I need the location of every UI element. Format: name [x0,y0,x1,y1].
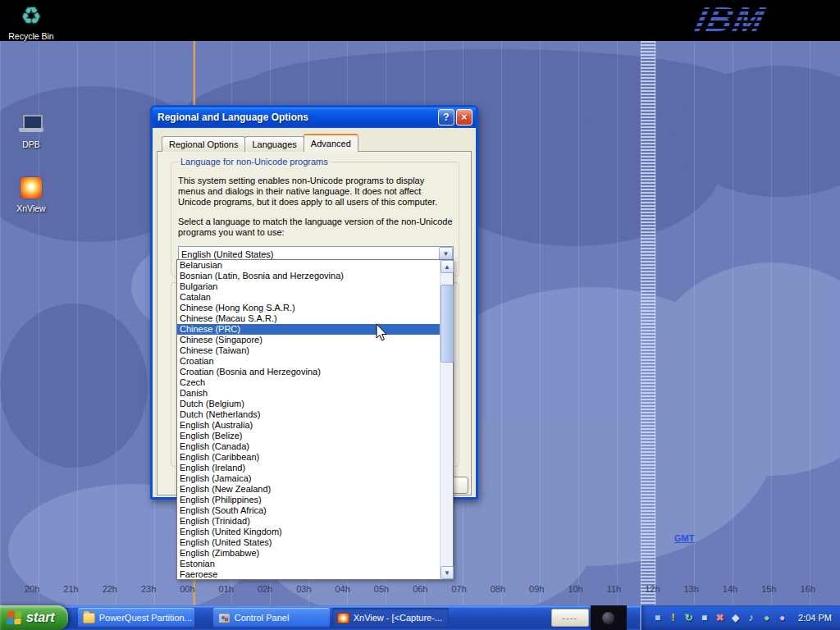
task-window-icon [337,613,349,623]
language-list-items: Belarusian Bosnian (Latin, Bosnia and He… [177,260,440,579]
hour-label: 14h [723,584,737,594]
language-list-item[interactable]: English (United States) [177,537,440,548]
dialog-tabs: Regional Options Languages Advanced [162,136,358,152]
dialog-titlebar[interactable]: Regional and Language Options ? × [153,107,476,128]
hour-label: 06h [413,584,427,594]
language-list-item[interactable]: English (Trinidad) [177,516,440,527]
language-list-item[interactable]: Danish [177,388,440,399]
hour-label: 08h [491,584,505,594]
language-list-item[interactable]: Chinese (PRC) [177,324,440,335]
dialog-tab[interactable]: Regional Options [162,136,245,152]
language-list-item[interactable]: Chinese (Hong Kong S.A.R.) [177,303,440,313]
start-button[interactable]: start [0,605,68,630]
mouse-cursor [376,323,389,346]
dialog-tab[interactable]: Languages [244,136,304,152]
language-list-item[interactable]: English (Australia) [177,420,440,431]
task-button[interactable]: Control Panel [213,608,330,628]
groupbox-title: Language for non-Unicode programs [178,157,331,167]
tray-icon[interactable]: ■ [698,613,710,623]
desktop-icon-recycle-bin[interactable]: ♻ Recycle Bin [0,2,62,41]
language-list-item[interactable]: English (Canada) [177,441,440,452]
language-list-item[interactable]: Chinese (Singapore) [177,335,440,345]
language-list-item[interactable]: Bulgarian [177,281,440,292]
task-buttons: PowerQuest Partition... Control Panel Xn… [78,608,449,628]
hour-label: 20h [25,584,39,594]
tray-icon[interactable]: ✖ [714,613,726,623]
dialog-tab[interactable]: Advanced [304,134,358,152]
language-list-item[interactable]: Croatian (Bosnia and Herzegovina) [177,367,440,377]
task-button[interactable]: XnView - [<Capture-... [332,608,449,628]
tab-label: Regional Options [169,139,238,149]
hour-label: 10h [568,584,582,594]
language-list-item[interactable]: Dutch (Belgium) [177,399,440,409]
desktop-icon-dpb[interactable]: DPB [0,110,62,149]
combobox-value: English (United States) [179,249,439,259]
scroll-down-icon: ▼ [444,569,450,577]
icon-label: XnView [0,203,62,213]
scroll-up-button[interactable]: ▲ [441,260,454,273]
icon-label: Recycle Bin [0,31,62,41]
laptop-icon [19,114,43,134]
language-list-item[interactable]: English (Caribbean) [177,452,440,463]
tray-icon[interactable]: ↻ [682,613,695,623]
language-list-item[interactable]: Belarusian [177,260,440,271]
timezone-hatch-band [641,41,655,605]
taskbar: start PowerQuest Partition... Control Pa… [0,605,840,630]
tray-icon[interactable]: ◆ [729,613,742,623]
language-list-item[interactable]: Estonian [177,559,440,569]
hour-label: 15h [761,584,776,594]
language-dropdown-list: Belarusian Bosnian (Latin, Bosnia and He… [176,259,454,580]
language-list-item[interactable]: Bosnian (Latin, Bosnia and Herzegovina) [177,271,440,281]
tab-label: Languages [252,139,296,149]
hour-label: 12h [645,584,660,594]
tray-icon[interactable]: ● [760,613,773,623]
language-list-item[interactable]: Dutch (Netherlands) [177,409,440,420]
language-list-item[interactable]: Czech [177,377,440,388]
language-list-item[interactable]: English (Zimbabwe) [177,548,440,559]
tray-icon[interactable]: ♪ [745,613,757,623]
language-list-item[interactable]: Croatian [177,356,440,367]
language-list-item[interactable]: English (New Zealand) [177,484,440,495]
hour-label: 13h [684,584,699,594]
chevron-down-icon: ▼ [443,250,450,258]
close-button[interactable]: × [456,109,472,126]
icon-label: DPB [0,139,62,149]
language-list-item[interactable]: English (Philippines) [177,495,440,505]
hour-label: 05h [374,584,389,594]
hour-label: 23h [141,584,156,594]
non-unicode-description: This system setting enables non-Unicode … [178,176,454,208]
scroll-down-button[interactable]: ▼ [441,566,454,579]
select-language-instruction: Select a language to match the language … [178,217,454,238]
language-list-item[interactable]: English (United Kingdom) [177,527,440,537]
taskbar-clock[interactable]: 2:04 PM [798,613,832,623]
taskbar-overflow-button[interactable]: ---- [551,609,589,627]
desktop-icon-xnview[interactable]: XnView [0,174,62,213]
tray-icon[interactable]: ● [776,613,788,623]
language-list-item[interactable]: Faeroese [177,569,440,579]
list-scrollbar[interactable]: ▲ ▼ [440,260,453,579]
dark-slot-icon [602,612,614,624]
language-list-item[interactable]: English (Belize) [177,431,440,441]
language-list-item[interactable]: English (South Africa) [177,505,440,516]
scrollbar-thumb[interactable] [441,285,454,363]
tab-label: Advanced [311,139,351,148]
hour-label: 00h [180,584,194,594]
tray-icon[interactable]: ■ [651,613,664,623]
task-button[interactable]: PowerQuest Partition... [78,608,194,628]
language-list-item[interactable]: English (Ireland) [177,463,440,473]
task-window-icon [83,613,95,623]
language-list-item[interactable]: Chinese (Taiwan) [177,345,440,356]
task-window-icon [218,613,231,623]
taskbar-dark-slot[interactable] [591,605,627,630]
hour-label: 16h [800,584,815,594]
tray-icons: ■ ! ↻ ■ ✖ ◆ ♪ ● ● [651,613,788,623]
xnview-icon [21,177,42,199]
hour-label: 03h [296,584,311,594]
tray-icon[interactable]: ! [667,613,679,623]
language-list-item[interactable]: English (Jamaica) [177,473,440,484]
system-tray: ■ ! ↻ ■ ✖ ◆ ♪ ● ● 2:04 PM [640,605,840,630]
language-list-item[interactable]: Chinese (Macau S.A.R.) [177,313,440,324]
language-list-item[interactable]: Catalan [177,292,440,303]
hour-label: 22h [103,584,117,594]
help-button[interactable]: ? [438,109,454,126]
